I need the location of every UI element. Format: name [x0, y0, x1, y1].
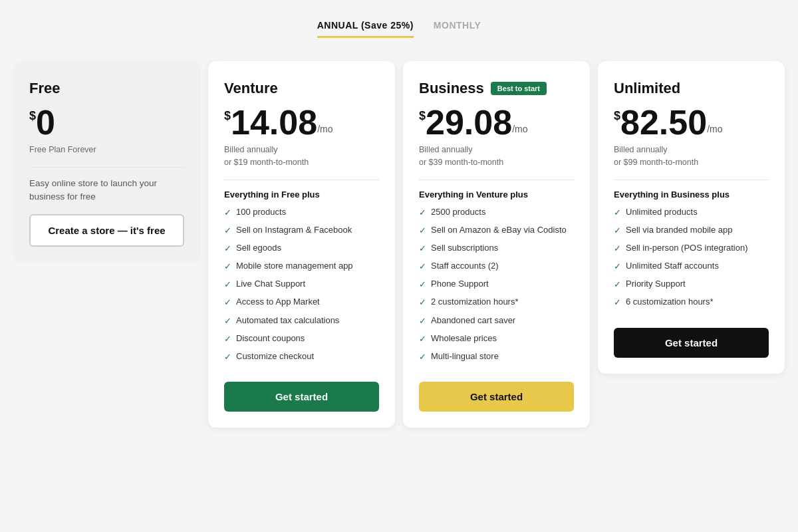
plan-venture-cta[interactable]: Get started	[224, 382, 379, 412]
check-icon: ✓	[614, 225, 621, 237]
check-icon: ✓	[224, 315, 231, 327]
list-item: ✓Staff accounts (2)	[419, 260, 574, 273]
list-item: ✓2 customization hours*	[419, 296, 574, 309]
plan-venture-divider	[224, 180, 379, 180]
plan-business: Business Best to start $ 29.08 /mo Bille…	[403, 61, 590, 428]
billing-monthly[interactable]: MONTHLY	[434, 20, 481, 38]
plan-venture-billing: Billed annually or $19 month-to-month	[224, 144, 379, 169]
list-item: ✓100 products	[224, 206, 379, 219]
plan-business-badge: Best to start	[491, 82, 547, 95]
plan-business-currency: $	[419, 109, 426, 123]
plan-free-divider	[29, 167, 184, 168]
check-icon: ✓	[614, 279, 621, 291]
check-icon: ✓	[419, 279, 426, 291]
plan-free-amount: 0	[36, 105, 55, 140]
check-icon: ✓	[419, 297, 426, 309]
list-item: ✓Customize checkout	[224, 350, 379, 363]
plan-business-price-row: $ 29.08 /mo	[419, 105, 574, 140]
plan-unlimited-per: /mo	[707, 124, 722, 134]
check-icon: ✓	[224, 351, 231, 363]
list-item: ✓Multi-lingual store	[419, 350, 574, 363]
plan-free-name: Free	[29, 80, 60, 97]
billing-annual[interactable]: ANNUAL (Save 25%)	[317, 20, 414, 38]
plan-free-description: Easy online store to launch your busines…	[29, 177, 184, 204]
plan-unlimited-header: Unlimited	[614, 80, 769, 97]
plan-unlimited-price-row: $ 82.50 /mo	[614, 105, 769, 140]
plan-unlimited-name: Unlimited	[614, 80, 680, 97]
check-icon: ✓	[419, 333, 426, 345]
plan-venture-name: Venture	[224, 80, 278, 97]
check-icon: ✓	[614, 261, 621, 273]
list-item: ✓Mobile store management app	[224, 260, 379, 273]
list-item: ✓Abandoned cart saver	[419, 315, 574, 327]
plan-unlimited-section-title: Everything in Business plus	[614, 190, 769, 200]
plan-business-features: ✓2500 products ✓Sell on Amazon & eBay vi…	[419, 206, 574, 369]
check-icon: ✓	[224, 333, 231, 345]
list-item: ✓Phone Support	[419, 278, 574, 291]
list-item: ✓2500 products	[419, 206, 574, 219]
check-icon: ✓	[419, 315, 426, 327]
check-icon: ✓	[419, 351, 426, 363]
plan-business-amount: 29.08	[426, 105, 512, 140]
plan-unlimited-cta[interactable]: Get started	[614, 328, 769, 358]
list-item: ✓Sell subscriptions	[419, 242, 574, 255]
list-item: ✓Sell on Instagram & Facebook	[224, 224, 379, 237]
check-icon: ✓	[224, 225, 231, 237]
plan-business-name: Business	[419, 80, 484, 97]
plan-unlimited: Unlimited $ 82.50 /mo Billed annually or…	[598, 61, 785, 374]
check-icon: ✓	[614, 243, 621, 255]
list-item: ✓Unlimited Staff accounts	[614, 260, 769, 273]
plan-unlimited-divider	[614, 180, 769, 180]
plan-business-header: Business Best to start	[419, 80, 574, 97]
plan-free: Free $ 0 Free Plan Forever Easy online s…	[13, 61, 200, 263]
list-item: ✓Sell via branded mobile app	[614, 224, 769, 237]
plan-venture: Venture $ 14.08 /mo Billed annually or $…	[208, 61, 395, 428]
plan-free-price-row: $ 0	[29, 105, 184, 140]
plan-unlimited-billing: Billed annually or $99 month-to-month	[614, 144, 769, 169]
plan-unlimited-amount: 82.50	[620, 105, 707, 140]
check-icon: ✓	[419, 243, 426, 255]
billing-toggle: ANNUAL (Save 25%) MONTHLY	[317, 20, 481, 38]
plan-business-section-title: Everything in Venture plus	[419, 190, 574, 200]
check-icon: ✓	[614, 297, 621, 309]
plan-business-per: /mo	[512, 124, 527, 134]
plan-business-divider	[419, 180, 574, 180]
list-item: ✓Sell on Amazon & eBay via Codisto	[419, 224, 574, 237]
plan-business-cta[interactable]: Get started	[419, 382, 574, 412]
plan-venture-per: /mo	[317, 124, 332, 134]
list-item: ✓6 customization hours*	[614, 296, 769, 309]
check-icon: ✓	[224, 297, 231, 309]
list-item: ✓Automated tax calculations	[224, 315, 379, 327]
check-icon: ✓	[224, 261, 231, 273]
check-icon: ✓	[419, 225, 426, 237]
list-item: ✓Access to App Market	[224, 296, 379, 309]
list-item: ✓Wholesale prices	[419, 332, 574, 345]
check-icon: ✓	[224, 207, 231, 219]
list-item: ✓Discount coupons	[224, 332, 379, 345]
plan-free-currency: $	[29, 109, 36, 123]
plan-unlimited-currency: $	[614, 109, 620, 123]
plan-venture-amount: 14.08	[231, 105, 317, 140]
plan-venture-features: ✓100 products ✓Sell on Instagram & Faceb…	[224, 206, 379, 369]
plan-venture-header: Venture	[224, 80, 379, 97]
plan-free-header: Free	[29, 80, 184, 97]
check-icon: ✓	[224, 279, 231, 291]
list-item: ✓Sell in-person (POS integration)	[614, 242, 769, 255]
check-icon: ✓	[614, 207, 621, 219]
plans-container: Free $ 0 Free Plan Forever Easy online s…	[13, 61, 785, 428]
list-item: ✓Sell egoods	[224, 242, 379, 255]
plan-business-billing: Billed annually or $39 month-to-month	[419, 144, 574, 169]
plan-unlimited-features: ✓Unlimited products ✓Sell via branded mo…	[614, 206, 769, 315]
check-icon: ✓	[419, 261, 426, 273]
check-icon: ✓	[224, 243, 231, 255]
list-item: ✓Priority Support	[614, 278, 769, 291]
plan-free-label: Free Plan Forever	[29, 144, 184, 156]
plan-venture-currency: $	[224, 109, 231, 123]
plan-venture-section-title: Everything in Free plus	[224, 190, 379, 200]
list-item: ✓Live Chat Support	[224, 278, 379, 291]
plan-free-cta[interactable]: Create a store — it's free	[29, 214, 184, 247]
list-item: ✓Unlimited products	[614, 206, 769, 219]
check-icon: ✓	[419, 207, 426, 219]
plan-venture-price-row: $ 14.08 /mo	[224, 105, 379, 140]
